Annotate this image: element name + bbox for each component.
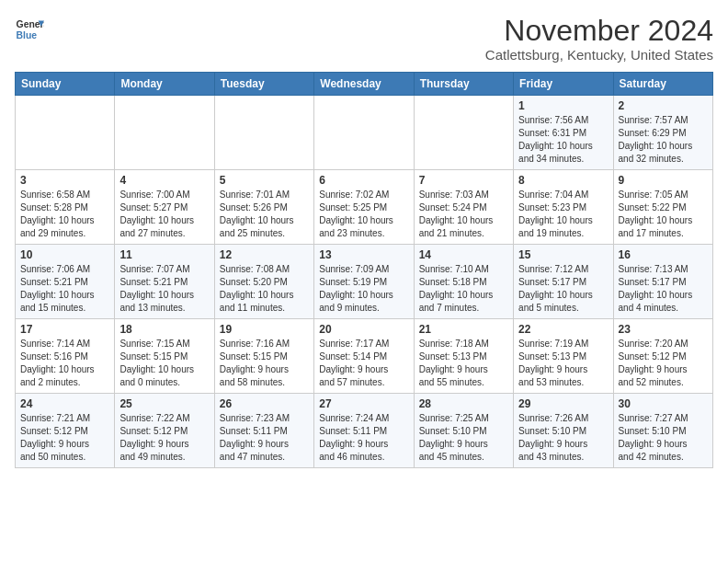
day-info: Sunrise: 7:05 AM Sunset: 5:22 PM Dayligh… [619,189,708,240]
calendar-cell: 17Sunrise: 7:14 AM Sunset: 5:16 PM Dayli… [16,319,115,394]
calendar-cell: 10Sunrise: 7:06 AM Sunset: 5:21 PM Dayli… [16,245,115,319]
day-info: Sunrise: 7:14 AM Sunset: 5:16 PM Dayligh… [20,338,109,389]
header-row: SundayMondayTuesdayWednesdayThursdayFrid… [16,73,713,96]
calendar-cell: 21Sunrise: 7:18 AM Sunset: 5:13 PM Dayli… [414,319,513,394]
weekday-header: Tuesday [214,73,313,96]
day-info: Sunrise: 7:15 AM Sunset: 5:15 PM Dayligh… [119,338,209,389]
title-area: November 2024 Catlettsburg, Kentucky, Un… [485,15,713,63]
day-number: 21 [419,323,508,336]
day-info: Sunrise: 7:56 AM Sunset: 6:31 PM Dayligh… [518,114,608,166]
calendar-cell: 22Sunrise: 7:19 AM Sunset: 5:13 PM Dayli… [514,319,613,394]
calendar-cell: 3Sunrise: 6:58 AM Sunset: 5:28 PM Daylig… [16,170,115,245]
day-info: Sunrise: 7:04 AM Sunset: 5:23 PM Dayligh… [518,189,608,240]
weekday-header: Wednesday [314,73,414,96]
day-number: 13 [319,248,408,261]
header: General Blue November 2024 Catlettsburg,… [15,15,713,63]
calendar-cell: 2Sunrise: 7:57 AM Sunset: 6:29 PM Daylig… [613,96,712,170]
calendar-cell: 23Sunrise: 7:20 AM Sunset: 5:12 PM Dayli… [613,319,712,394]
month-title: November 2024 [485,15,713,47]
day-info: Sunrise: 7:12 AM Sunset: 5:17 PM Dayligh… [518,263,608,315]
day-info: Sunrise: 7:06 AM Sunset: 5:21 PM Dayligh… [20,263,109,315]
weekday-header: Sunday [16,73,115,96]
logo-icon: General Blue [15,15,44,44]
subtitle: Catlettsburg, Kentucky, United States [485,47,713,63]
day-number: 8 [518,174,608,187]
calendar-week-row: 24Sunrise: 7:21 AM Sunset: 5:12 PM Dayli… [16,394,713,468]
calendar-cell [115,96,214,170]
day-number: 11 [119,248,209,261]
day-info: Sunrise: 7:17 AM Sunset: 5:14 PM Dayligh… [319,338,408,389]
weekday-header: Thursday [414,73,513,96]
day-info: Sunrise: 7:02 AM Sunset: 5:25 PM Dayligh… [319,189,408,240]
calendar-cell: 25Sunrise: 7:22 AM Sunset: 5:12 PM Dayli… [115,394,214,468]
day-number: 4 [119,174,209,187]
day-info: Sunrise: 7:08 AM Sunset: 5:20 PM Dayligh… [220,263,309,315]
calendar-cell: 1Sunrise: 7:56 AM Sunset: 6:31 PM Daylig… [514,96,613,170]
day-number: 24 [20,397,109,410]
day-number: 18 [119,323,209,336]
calendar-cell [16,96,115,170]
day-info: Sunrise: 7:20 AM Sunset: 5:12 PM Dayligh… [619,338,708,389]
weekday-header: Saturday [613,73,712,96]
calendar-cell: 14Sunrise: 7:10 AM Sunset: 5:18 PM Dayli… [414,245,513,319]
calendar-cell: 5Sunrise: 7:01 AM Sunset: 5:26 PM Daylig… [214,170,313,245]
day-number: 6 [319,174,408,187]
calendar-cell: 13Sunrise: 7:09 AM Sunset: 5:19 PM Dayli… [314,245,414,319]
calendar-cell: 19Sunrise: 7:16 AM Sunset: 5:15 PM Dayli… [214,319,313,394]
day-number: 28 [419,397,508,410]
day-number: 19 [220,323,309,336]
calendar-cell: 16Sunrise: 7:13 AM Sunset: 5:17 PM Dayli… [613,245,712,319]
day-number: 14 [419,248,508,261]
day-info: Sunrise: 7:09 AM Sunset: 5:19 PM Dayligh… [319,263,408,315]
day-number: 15 [518,248,608,261]
day-info: Sunrise: 7:23 AM Sunset: 5:11 PM Dayligh… [220,412,309,464]
day-number: 30 [619,397,708,410]
day-number: 27 [319,397,408,410]
day-number: 17 [20,323,109,336]
day-info: Sunrise: 7:27 AM Sunset: 5:10 PM Dayligh… [619,412,708,464]
logo: General Blue [15,15,44,44]
day-info: Sunrise: 7:26 AM Sunset: 5:10 PM Dayligh… [518,412,608,464]
day-info: Sunrise: 7:10 AM Sunset: 5:18 PM Dayligh… [419,263,508,315]
calendar-cell: 28Sunrise: 7:25 AM Sunset: 5:10 PM Dayli… [414,394,513,468]
calendar-cell: 27Sunrise: 7:24 AM Sunset: 5:11 PM Dayli… [314,394,414,468]
day-info: Sunrise: 7:18 AM Sunset: 5:13 PM Dayligh… [419,338,508,389]
day-number: 29 [518,397,608,410]
day-number: 22 [518,323,608,336]
calendar-cell: 15Sunrise: 7:12 AM Sunset: 5:17 PM Dayli… [514,245,613,319]
day-info: Sunrise: 7:22 AM Sunset: 5:12 PM Dayligh… [119,412,209,464]
calendar-cell: 7Sunrise: 7:03 AM Sunset: 5:24 PM Daylig… [414,170,513,245]
day-info: Sunrise: 7:19 AM Sunset: 5:13 PM Dayligh… [518,338,608,389]
day-info: Sunrise: 7:13 AM Sunset: 5:17 PM Dayligh… [619,263,708,315]
day-number: 2 [619,99,708,112]
day-info: Sunrise: 7:00 AM Sunset: 5:27 PM Dayligh… [119,189,209,240]
day-info: Sunrise: 7:25 AM Sunset: 5:10 PM Dayligh… [419,412,508,464]
day-info: Sunrise: 7:21 AM Sunset: 5:12 PM Dayligh… [20,412,109,464]
calendar-cell: 20Sunrise: 7:17 AM Sunset: 5:14 PM Dayli… [314,319,414,394]
day-number: 23 [619,323,708,336]
day-number: 3 [20,174,109,187]
day-number: 10 [20,248,109,261]
calendar-cell: 18Sunrise: 7:15 AM Sunset: 5:15 PM Dayli… [115,319,214,394]
svg-text:Blue: Blue [17,30,38,40]
weekday-header: Friday [514,73,613,96]
day-number: 7 [419,174,508,187]
calendar-week-row: 1Sunrise: 7:56 AM Sunset: 6:31 PM Daylig… [16,96,713,170]
calendar-cell: 12Sunrise: 7:08 AM Sunset: 5:20 PM Dayli… [214,245,313,319]
calendar-cell: 8Sunrise: 7:04 AM Sunset: 5:23 PM Daylig… [514,170,613,245]
calendar-cell [414,96,513,170]
calendar-cell: 26Sunrise: 7:23 AM Sunset: 5:11 PM Dayli… [214,394,313,468]
calendar-week-row: 10Sunrise: 7:06 AM Sunset: 5:21 PM Dayli… [16,245,713,319]
calendar-week-row: 3Sunrise: 6:58 AM Sunset: 5:28 PM Daylig… [16,170,713,245]
calendar-cell: 30Sunrise: 7:27 AM Sunset: 5:10 PM Dayli… [613,394,712,468]
day-info: Sunrise: 7:03 AM Sunset: 5:24 PM Dayligh… [419,189,508,240]
calendar-cell [214,96,313,170]
day-number: 9 [619,174,708,187]
calendar-table: SundayMondayTuesdayWednesdayThursdayFrid… [15,72,713,468]
day-info: Sunrise: 7:57 AM Sunset: 6:29 PM Dayligh… [619,114,708,166]
day-info: Sunrise: 7:07 AM Sunset: 5:21 PM Dayligh… [119,263,209,315]
day-number: 5 [220,174,309,187]
calendar-week-row: 17Sunrise: 7:14 AM Sunset: 5:16 PM Dayli… [16,319,713,394]
calendar-cell: 11Sunrise: 7:07 AM Sunset: 5:21 PM Dayli… [115,245,214,319]
calendar-cell: 6Sunrise: 7:02 AM Sunset: 5:25 PM Daylig… [314,170,414,245]
